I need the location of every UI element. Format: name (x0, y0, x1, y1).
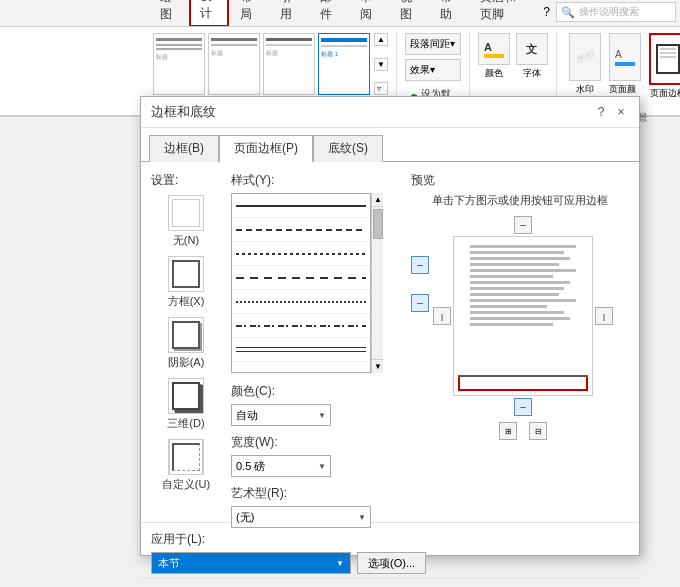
font-label: 字体 (523, 67, 541, 80)
apply-dropdown-arrow: ▼ (336, 559, 344, 568)
dialog-body: 设置: 无(N) 方框(X) 阴影(A) (141, 162, 639, 522)
effects-btn[interactable]: 效果▾ (405, 59, 461, 81)
scroll-down-arrow[interactable]: ▼ (372, 359, 383, 373)
page-border-group: 页面边框 (649, 33, 680, 100)
tab-shading[interactable]: 底纹(S) (313, 135, 383, 162)
tab-border[interactable]: 边框(B) (149, 135, 219, 162)
apply-select[interactable]: 本节 ▼ (151, 552, 351, 574)
art-select[interactable]: (无) ▼ (231, 506, 371, 528)
color-select[interactable]: 自动 ▼ (231, 404, 331, 426)
tab-references[interactable]: 引用 (269, 0, 309, 27)
style-item-dashed1[interactable] (232, 218, 370, 242)
color-label: 颜色 (485, 67, 503, 80)
dialog-title-bar: 边框和底纹 ? × (141, 97, 639, 128)
tab-help[interactable]: 帮助 (429, 0, 469, 27)
border-shading-dialog: 边框和底纹 ? × 边框(B) 页面边框(P) 底纹(S) 设置: 无(N) (140, 96, 640, 556)
dialog-tabs: 边框(B) 页面边框(P) 底纹(S) (141, 128, 639, 162)
style-item-dashed3[interactable] (232, 266, 370, 290)
page-border-label: 页面边框 (650, 87, 680, 100)
tab-design[interactable]: 设计 (189, 0, 229, 27)
tab-layout[interactable]: 布局 (229, 0, 269, 27)
styles-expand[interactable]: ▿ (374, 82, 388, 95)
preview-btn-top-border[interactable]: ─ (411, 256, 429, 274)
scroll-up-arrow[interactable]: ▲ (372, 193, 383, 207)
setting-threed[interactable]: 三维(D) (151, 378, 221, 431)
color-select-value: 自动 (236, 408, 258, 423)
preview-btn-left[interactable]: | (433, 307, 451, 325)
color-btn[interactable]: A 颜色 (478, 33, 510, 80)
tab-mail[interactable]: 邮件 (309, 0, 349, 27)
width-dropdown-arrow: ▼ (318, 462, 326, 471)
preview-btn-top[interactable]: ─ (514, 216, 532, 234)
preview-btn-bottom-border[interactable]: ─ (411, 294, 429, 312)
style-listbox-scrollbar[interactable]: ▲ ▼ (371, 193, 383, 373)
dialog-controls: ? × (593, 104, 629, 120)
setting-none-label: 无(N) (173, 233, 199, 248)
preview-layout: ─ ─ ─ | (411, 216, 629, 440)
styles-scroll-down[interactable]: ▼ (374, 58, 388, 71)
styles-scroll-up[interactable]: ▲ (374, 33, 388, 46)
style-field-label: 样式(Y): (231, 172, 401, 189)
dialog-close-btn[interactable]: × (613, 104, 629, 120)
setting-shadow[interactable]: 阴影(A) (151, 317, 221, 370)
style-item-mixed[interactable] (232, 314, 370, 338)
setting-box-icon (168, 256, 204, 292)
style-thumb-4[interactable]: 标题 1 (318, 33, 370, 95)
style-item-dashed2[interactable] (232, 242, 370, 266)
preview-btn-right[interactable]: | (595, 307, 613, 325)
art-dropdown-arrow: ▼ (358, 513, 366, 522)
style-item-thick[interactable] (232, 362, 370, 373)
para-spacing-btn[interactable]: 段落间距▾ (405, 33, 461, 55)
options-btn[interactable]: 选项(O)... (357, 552, 426, 574)
middle-panel: 样式(Y): (231, 172, 401, 512)
preview-hint: 单击下方图示或使用按钮可应用边框 (411, 193, 629, 208)
apply-label: 应用于(L): (151, 531, 426, 548)
preview-box[interactable] (453, 236, 593, 396)
search-icon: 🔍 (561, 6, 575, 19)
setting-shadow-label: 阴影(A) (168, 355, 205, 370)
style-item-dotted[interactable] (232, 290, 370, 314)
font-btn[interactable]: 文 字体 (516, 33, 548, 80)
setting-custom-icon (168, 439, 204, 475)
setting-custom-label: 自定义(U) (162, 477, 210, 492)
search-box[interactable]: 🔍 操作说明搜索 (556, 2, 676, 22)
color-dropdown-arrow: ▼ (318, 411, 326, 420)
style-thumb-2[interactable]: 标题 (208, 33, 260, 95)
preview-btn-inner-h[interactable]: ⊞ (499, 422, 517, 440)
preview-btn-inner-v[interactable]: ⊟ (529, 422, 547, 440)
font-btn-group: 文 字体 (516, 33, 548, 80)
setting-box-label: 方框(X) (168, 294, 205, 309)
width-select[interactable]: 0.5 磅 ▼ (231, 455, 331, 477)
tab-review[interactable]: 审阅 (349, 0, 389, 27)
tab-header-footer[interactable]: 页眉和页脚 (469, 0, 536, 27)
width-select-value: 0.5 磅 (236, 459, 265, 474)
watermark-group: 水印 水印 (569, 33, 601, 96)
art-field-label: 艺术型(R): (231, 485, 401, 502)
dialog-footer: 确定 取消 (141, 578, 639, 587)
color-field-label: 颜色(C): (231, 383, 331, 400)
style-listbox[interactable] (231, 193, 371, 373)
watermark-btn[interactable]: 水印 水印 (569, 33, 601, 96)
help-icon[interactable]: ? (543, 5, 550, 19)
style-thumb-3[interactable]: 标题 (263, 33, 315, 95)
style-item-double[interactable] (232, 338, 370, 362)
dialog-question-btn[interactable]: ? (593, 104, 609, 120)
style-item-solid[interactable] (232, 194, 370, 218)
page-border-btn[interactable]: 页面边框 (649, 33, 680, 100)
tab-view[interactable]: 视图 (389, 0, 429, 27)
setting-none[interactable]: 无(N) (151, 195, 221, 248)
para-spacing-label: 段落间距▾ (410, 37, 455, 51)
setting-custom[interactable]: 自定义(U) (151, 439, 221, 492)
setting-threed-label: 三维(D) (167, 416, 204, 431)
preview-bottom-btns: ⊞ ⊟ (433, 422, 613, 440)
tab-page-border[interactable]: 页面边框(P) (219, 135, 313, 162)
preview-btn-bottom[interactable]: ─ (514, 398, 532, 416)
scrollbar-thumb[interactable] (373, 209, 383, 239)
apply-section: 应用于(L): 本节 ▼ 选项(O)... (141, 522, 639, 578)
style-thumb-1[interactable]: 标题 (153, 33, 205, 95)
watermark-label: 水印 (576, 83, 594, 96)
tab-draw[interactable]: 绘图 (149, 0, 189, 27)
setting-threed-icon (168, 378, 204, 414)
dialog-title: 边框和底纹 (151, 103, 216, 121)
setting-box[interactable]: 方框(X) (151, 256, 221, 309)
